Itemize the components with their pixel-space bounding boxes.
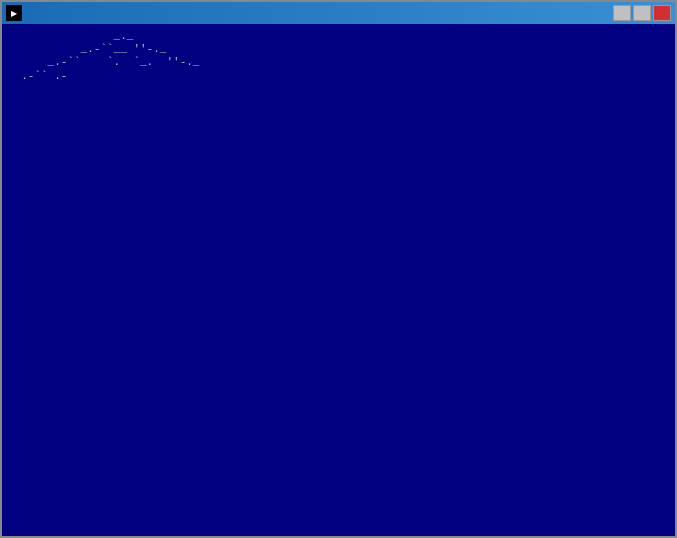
ascii-section: _._ _.-``__ ''-._ _.-`` `. `_. ''-._ .-`… [8,30,651,83]
maximize-button[interactable] [633,5,651,21]
console-content: _._ _.-``__ ''-._ _.-`` `. `_. ''-._ .-`… [8,30,669,83]
console-area[interactable]: _._ _.-``__ ''-._ _.-`` `. `_. ''-._ .-`… [2,24,675,536]
close-button[interactable] [653,5,671,21]
title-bar-left [6,5,26,21]
redis-ascii-art: _._ _.-``__ ''-._ _.-`` `. `_. ''-._ .-`… [8,30,199,83]
cmd-icon [6,5,22,21]
main-window: _._ _.-``__ ''-._ _.-`` `. `_. ''-._ .-`… [0,0,677,538]
title-buttons [613,5,671,21]
title-bar [2,2,675,24]
minimize-button[interactable] [613,5,631,21]
